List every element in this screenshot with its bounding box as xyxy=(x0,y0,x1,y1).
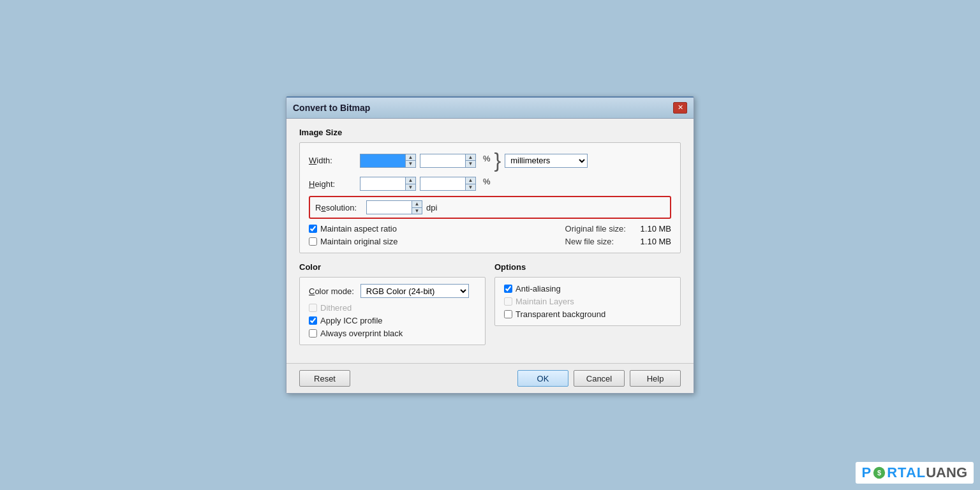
maintain-original-row: Maintain original size xyxy=(309,237,397,246)
height-spin-up[interactable]: ▲ xyxy=(406,177,415,184)
options-section-inner: Anti-aliasing Maintain Layers Transparen… xyxy=(494,277,681,326)
height-pct-symbol: % xyxy=(483,177,491,186)
dithered-checkbox[interactable] xyxy=(309,304,317,312)
width-label: Width: xyxy=(309,156,360,165)
new-file-size-val: 1.10 MB xyxy=(641,237,671,246)
watermark-portal-rest: RTAL xyxy=(887,464,926,481)
width-spin-down[interactable]: ▼ xyxy=(406,161,415,167)
image-size-section: Image Size Width: 63,235 ▲ ▼ xyxy=(299,128,681,253)
color-checkboxes: Dithered Apply ICC profile Always overpr… xyxy=(309,303,476,338)
aspect-checkboxes: Maintain aspect ratio Maintain original … xyxy=(309,224,397,246)
always-overprint-row: Always overprint black xyxy=(309,329,476,338)
checkboxes-info-row: Maintain aspect ratio Maintain original … xyxy=(309,224,671,246)
width-controls: 63,235 ▲ ▼ 100 ▲ ▼ xyxy=(360,154,491,168)
cancel-button[interactable]: Cancel xyxy=(574,370,625,387)
maintain-original-checkbox[interactable] xyxy=(309,237,317,246)
anti-aliasing-row: Anti-aliasing xyxy=(504,284,671,293)
apply-icc-row: Apply ICC profile xyxy=(309,316,476,325)
maintain-layers-label[interactable]: Maintain Layers xyxy=(516,297,574,306)
dialog-buttons: Reset OK Cancel Help xyxy=(286,363,694,393)
color-mode-label: Color mode: xyxy=(309,286,354,296)
width-input[interactable]: 63,235 xyxy=(360,154,405,167)
height-row: Height: 43,656 ▲ ▼ 100 ▲ xyxy=(309,177,671,191)
height-spin-down[interactable]: ▼ xyxy=(406,184,415,191)
maintain-layers-checkbox[interactable] xyxy=(504,297,512,306)
dithered-row: Dithered xyxy=(309,303,476,313)
options-section: Options Anti-aliasing Maintain Layers xyxy=(494,262,681,345)
apply-icc-label[interactable]: Apply ICC profile xyxy=(320,316,383,325)
watermark: P $ RTAL UANG xyxy=(856,462,974,484)
height-pct-spinbox[interactable]: 100 ▲ ▼ xyxy=(420,177,476,191)
transparent-bg-label[interactable]: Transparent background xyxy=(516,309,605,319)
btn-group-right: OK Cancel Help xyxy=(517,370,681,387)
height-input[interactable]: 43,656 xyxy=(360,177,405,190)
width-pct-spin-buttons: ▲ ▼ xyxy=(465,154,475,167)
resolution-spinbox[interactable]: 300 ▲ ▼ xyxy=(366,200,422,214)
width-pct-spin-down[interactable]: ▼ xyxy=(466,161,475,167)
dithered-label[interactable]: Dithered xyxy=(320,303,352,313)
color-mode-row: Color mode: RGB Color (24-bit) Grayscale… xyxy=(309,284,476,298)
maintain-aspect-checkbox[interactable] xyxy=(309,225,317,233)
options-checkboxes: Anti-aliasing Maintain Layers Transparen… xyxy=(504,284,671,319)
new-file-size-row: New file size: 1.10 MB xyxy=(565,237,671,246)
anti-aliasing-checkbox[interactable] xyxy=(504,285,512,293)
maintain-aspect-label[interactable]: Maintain aspect ratio xyxy=(320,224,397,234)
bracket-symbol: } xyxy=(494,149,501,172)
transparent-bg-checkbox[interactable] xyxy=(504,310,512,318)
always-overprint-label[interactable]: Always overprint black xyxy=(320,329,403,338)
width-spin-up[interactable]: ▲ xyxy=(406,154,415,161)
always-overprint-checkbox[interactable] xyxy=(309,329,317,338)
dialog-title: Convert to Bitmap xyxy=(293,103,370,113)
height-controls: 43,656 ▲ ▼ 100 ▲ ▼ xyxy=(360,177,491,191)
width-pct-symbol: % xyxy=(483,154,491,163)
width-pct-spinbox[interactable]: 100 ▲ ▼ xyxy=(420,154,476,168)
width-row: Width: 63,235 ▲ ▼ 100 ▲ xyxy=(309,149,671,172)
watermark-icon: $ xyxy=(872,466,886,480)
width-spin-buttons: ▲ ▼ xyxy=(405,154,415,167)
help-button[interactable]: Help xyxy=(630,370,681,387)
options-section-title: Options xyxy=(494,262,681,272)
height-pct-spin-down[interactable]: ▼ xyxy=(466,184,475,191)
resolution-row: Resolution: 300 ▲ ▼ dpi xyxy=(309,196,671,219)
resolution-spin-buttons: ▲ ▼ xyxy=(412,201,422,214)
bottom-sections: Color Color mode: RGB Color (24-bit) Gra… xyxy=(299,262,681,354)
anti-aliasing-label[interactable]: Anti-aliasing xyxy=(516,284,561,293)
svg-text:$: $ xyxy=(877,469,881,477)
units-select[interactable]: millimeters pixels inches centimeters xyxy=(505,154,588,168)
width-spinbox[interactable]: 63,235 ▲ ▼ xyxy=(360,154,416,168)
original-file-size-row: Original file size: 1.10 MB xyxy=(565,224,671,234)
height-pct-input[interactable]: 100 xyxy=(420,177,465,190)
ok-button[interactable]: OK xyxy=(517,370,568,387)
dpi-label: dpi xyxy=(426,203,437,212)
resolution-spin-down[interactable]: ▼ xyxy=(412,208,422,214)
resolution-input[interactable]: 300 xyxy=(367,201,412,214)
height-spin-buttons: ▲ ▼ xyxy=(405,177,415,190)
reset-button[interactable]: Reset xyxy=(299,370,350,387)
image-size-title: Image Size xyxy=(299,128,681,137)
image-size-inner: Width: 63,235 ▲ ▼ 100 ▲ xyxy=(299,142,681,253)
original-file-size-val: 1.10 MB xyxy=(641,224,671,234)
maintain-layers-row: Maintain Layers xyxy=(504,297,671,306)
color-section-title: Color xyxy=(299,262,486,272)
color-mode-select[interactable]: RGB Color (24-bit) Grayscale (8-bit) CMY… xyxy=(360,284,469,298)
transparent-bg-row: Transparent background xyxy=(504,309,671,319)
new-file-size-key: New file size: xyxy=(565,237,635,246)
watermark-uang-text: UANG xyxy=(926,464,967,481)
height-spinbox[interactable]: 43,656 ▲ ▼ xyxy=(360,177,416,191)
title-bar: Convert to Bitmap ✕ xyxy=(286,98,694,119)
height-pct-spin-buttons: ▲ ▼ xyxy=(465,177,475,190)
original-file-size-key: Original file size: xyxy=(565,224,635,234)
convert-to-bitmap-dialog: Convert to Bitmap ✕ Image Size Width: 63… xyxy=(286,96,694,394)
width-pct-spin-up[interactable]: ▲ xyxy=(466,154,475,161)
color-section-inner: Color mode: RGB Color (24-bit) Grayscale… xyxy=(299,277,486,345)
height-label: Height: xyxy=(309,179,360,189)
apply-icc-checkbox[interactable] xyxy=(309,316,317,325)
height-pct-spin-up[interactable]: ▲ xyxy=(466,177,475,184)
dialog-content: Image Size Width: 63,235 ▲ ▼ xyxy=(286,119,694,363)
maintain-original-label[interactable]: Maintain original size xyxy=(320,237,397,246)
resolution-spin-up[interactable]: ▲ xyxy=(412,201,422,208)
width-pct-input[interactable]: 100 xyxy=(420,154,465,167)
close-button[interactable]: ✕ xyxy=(673,102,687,114)
maintain-aspect-row: Maintain aspect ratio xyxy=(309,224,397,234)
resolution-label: Resolution: xyxy=(315,203,366,212)
